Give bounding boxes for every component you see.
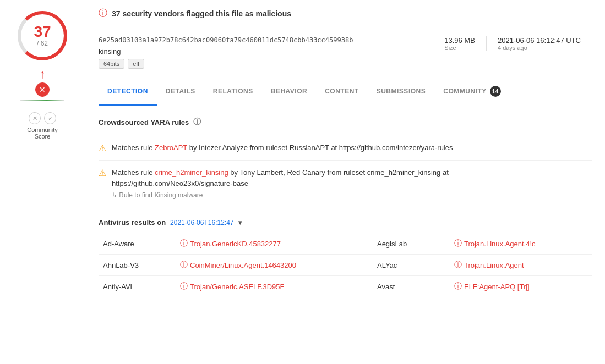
detection-text-1: Trojan.GenericKD.45832277	[190, 240, 281, 248]
vendor-2: AegisLab	[373, 233, 450, 255]
alert-icon: ⓘ	[99, 8, 107, 19]
arrow-up-icon: ↑	[40, 67, 46, 81]
malicious-icon[interactable]: ✕	[35, 82, 50, 97]
table-row: Antiy-AVL ⓘ Trojan/Generic.ASELF.3D95F A…	[99, 276, 592, 297]
detection-icon-4: ⓘ	[454, 260, 462, 270]
detection-icon-5: ⓘ	[180, 282, 188, 291]
file-meta: 13.96 MB Size 2021-06-06 16:12:47 UTC 4 …	[433, 36, 592, 51]
yara-rule-1: ⚠ Matches rule ZebroAPT by Intezer Analy…	[99, 136, 592, 161]
tags-container: 64bits elf	[99, 59, 424, 69]
file-size-block: 13.96 MB Size	[433, 36, 487, 51]
detection-text-3: CoinMiner/Linux.Agent.14643200	[190, 261, 296, 269]
yara-rule-1-link[interactable]: ZebroAPT	[155, 144, 187, 152]
yara-info-icon: ⓘ	[193, 117, 201, 127]
vendor-6: Avast	[373, 276, 450, 297]
detection-3: ⓘ CoinMiner/Linux.Agent.14643200	[176, 255, 373, 276]
alert-banner: ⓘ 37 security vendors flagged this file …	[85, 0, 605, 27]
file-size-value: 13.96 MB	[444, 36, 475, 45]
antivirus-section: Antivirus results on 2021-06-06T16:12:47…	[99, 218, 592, 297]
detection-text-6: ELF:Agent-APQ [Trj]	[464, 283, 530, 291]
file-hash: 6e25ad03103a1a972b78c642bac09060fa79c460…	[99, 36, 424, 44]
tabs-bar: DETECTION DETAILS RELATIONS BEHAVIOR CON…	[85, 78, 605, 106]
yara-rule-2: ⚠ Matches rule crime_h2miner_kinsing by …	[99, 161, 592, 207]
file-size-label: Size	[444, 45, 475, 51]
yara-section-title: Crowdsourced YARA rules ⓘ	[99, 117, 592, 127]
tab-community[interactable]: COMMUNITY 14	[434, 78, 510, 106]
community-badge: 14	[490, 86, 501, 97]
detection-5: ⓘ Trojan/Generic.ASELF.3D95F	[176, 276, 373, 297]
detection-2: ⓘ Trojan.Linux.Agent.4!c	[450, 233, 592, 255]
tag-64bits: 64bits	[99, 59, 124, 69]
av-table: Ad-Aware ⓘ Trojan.GenericKD.45832277 Aeg…	[99, 233, 592, 297]
yara-title-text: Crowdsourced YARA rules	[99, 118, 189, 126]
detection-text-4: Trojan.Linux.Agent	[464, 261, 524, 269]
main-content: ⓘ 37 security vendors flagged this file …	[85, 0, 605, 364]
score-bar	[20, 100, 64, 101]
av-title: Antivirus results on 2021-06-06T16:12:47…	[99, 218, 592, 227]
file-details: 6e25ad03103a1a972b78c642bac09060fa79c460…	[99, 36, 424, 69]
tab-detection[interactable]: DETECTION	[99, 78, 157, 106]
tab-behavior[interactable]: BEHAVIOR	[262, 78, 316, 106]
detection-icon-3: ⓘ	[180, 260, 188, 270]
vendor-5: Antiy-AVL	[99, 276, 176, 297]
detection-icon-2: ⓘ	[454, 239, 462, 249]
community-x-button[interactable]: ✕	[29, 112, 41, 124]
vendor-1: Ad-Aware	[99, 233, 176, 255]
detection-text-2: Trojan.Linux.Agent.4!c	[464, 240, 536, 248]
tag-elf: elf	[128, 59, 144, 69]
detection-content: Crowdsourced YARA rules ⓘ ⚠ Matches rule…	[85, 106, 605, 364]
score-circle: 37 / 62	[18, 11, 67, 60]
community-check-button[interactable]: ✓	[44, 112, 56, 124]
yara-rule-2-sub: Rule to find Kinsing malware	[112, 190, 449, 200]
detection-icon-6: ⓘ	[454, 282, 462, 291]
av-chevron-icon[interactable]: ▾	[238, 219, 242, 227]
file-date-block: 2021-06-06 16:12:47 UTC 4 days ago	[487, 36, 592, 51]
table-row: Ad-Aware ⓘ Trojan.GenericKD.45832277 Aeg…	[99, 233, 592, 255]
yara-rule-2-text: Matches rule crime_h2miner_kinsing by To…	[112, 167, 449, 200]
detection-4: ⓘ Trojan.Linux.Agent	[450, 255, 592, 276]
community-label: CommunityScore	[27, 126, 58, 140]
community-score-section: ✕ ✓ CommunityScore	[27, 109, 58, 140]
warning-icon-1: ⚠	[99, 143, 106, 153]
av-title-text: Antivirus results on	[99, 218, 166, 227]
file-date-value: 2021-06-06 16:12:47 UTC	[498, 36, 581, 45]
detection-1: ⓘ Trojan.GenericKD.45832277	[176, 233, 373, 255]
file-name: kinsing	[99, 47, 424, 56]
tab-relations[interactable]: RELATIONS	[204, 78, 262, 106]
score-number: 37	[34, 24, 51, 40]
score-total: / 62	[37, 40, 48, 47]
detection-6: ⓘ ELF:Agent-APQ [Trj]	[450, 276, 592, 297]
tab-content[interactable]: CONTENT	[316, 78, 368, 106]
sidebar: 37 / 62 ↑ ✕ ✕ ✓ CommunityScore	[0, 0, 85, 364]
tab-details[interactable]: DETAILS	[157, 78, 204, 106]
community-score-row: ✕ ✓	[29, 112, 56, 124]
yara-rule-2-link[interactable]: crime_h2miner_kinsing	[155, 168, 228, 177]
yara-rule-1-text: Matches rule ZebroAPT by Intezer Analyze…	[112, 142, 453, 153]
detection-text-5: Trojan/Generic.ASELF.3D95F	[190, 283, 284, 291]
file-info: 6e25ad03103a1a972b78c642bac09060fa79c460…	[85, 27, 605, 78]
vendor-3: AhnLab-V3	[99, 255, 176, 276]
file-date-sub: 4 days ago	[498, 45, 581, 51]
detection-icon-1: ⓘ	[180, 239, 188, 249]
tab-submissions[interactable]: SUBMISSIONS	[368, 78, 435, 106]
av-date[interactable]: 2021-06-06T16:12:47	[170, 219, 233, 227]
alert-text: 37 security vendors flagged this file as…	[112, 9, 291, 18]
vendor-4: ALYac	[373, 255, 450, 276]
warning-icon-2: ⚠	[99, 168, 106, 178]
table-row: AhnLab-V3 ⓘ CoinMiner/Linux.Agent.146432…	[99, 255, 592, 276]
